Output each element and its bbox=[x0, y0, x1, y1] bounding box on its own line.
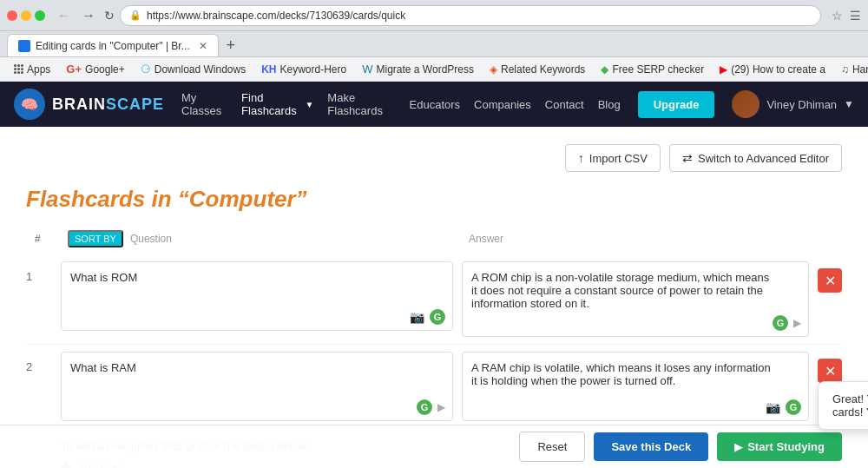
wordpress-icon: W bbox=[362, 63, 372, 76]
table-row: 1 What is ROM 📷 G A ROM chip is a non-vo… bbox=[26, 254, 842, 345]
upgrade-button[interactable]: Upgrade bbox=[638, 91, 715, 118]
address-bar[interactable]: 🔒 https://www.brainscape.com/decks/71306… bbox=[120, 5, 821, 26]
question-field-2[interactable]: What is RAM G ▶ bbox=[61, 352, 453, 421]
question-field-icons-2: G ▶ bbox=[417, 399, 445, 415]
nav-my-classes[interactable]: My Classes bbox=[181, 91, 227, 117]
active-tab[interactable]: Editing cards in "Computer" | Br... ✕ bbox=[7, 34, 219, 56]
tab-close-button[interactable]: ✕ bbox=[199, 40, 207, 52]
answer-field-icons-1: G ▶ bbox=[773, 315, 801, 331]
answer-field-2[interactable]: A RAM chip is volatile, which means it l… bbox=[462, 352, 809, 421]
switch-icon: ⇄ bbox=[682, 151, 693, 165]
answer-field-icons-2: 📷 G bbox=[766, 399, 801, 415]
bookmark-serp-label: Free SERP checker bbox=[612, 63, 704, 76]
lock-icon: 🔒 bbox=[129, 10, 141, 21]
question-text-1: What is ROM bbox=[70, 271, 137, 284]
answer-field-wrapper-2: A RAM chip is volatile, which means it l… bbox=[462, 352, 809, 421]
nav-find-flashcards[interactable]: Find Flashcards ▼ bbox=[241, 91, 313, 117]
serp-icon: ◆ bbox=[601, 63, 608, 76]
grammarly-icon-2[interactable]: G bbox=[417, 399, 432, 415]
bookmark-wp-label: Migrate a WordPress bbox=[377, 63, 474, 76]
bookmark-youtube[interactable]: ▶ (29) How to create a bbox=[713, 61, 832, 78]
rk-icon: ◈ bbox=[490, 63, 497, 76]
bookmark-wordpress[interactable]: W Migrate a WordPress bbox=[355, 60, 481, 78]
start-studying-label: Start Studying bbox=[747, 440, 825, 453]
answer-text-1: A ROM chip is a non-volatile storage med… bbox=[471, 271, 769, 310]
bookmark-hangups[interactable]: ♫ Hang Ups (Want You bbox=[834, 61, 868, 78]
user-avatar bbox=[732, 90, 760, 118]
card-number-2: 2 bbox=[26, 352, 52, 373]
browser-actions: ☆ ☰ bbox=[832, 9, 861, 23]
image-icon-2[interactable]: 📷 bbox=[766, 400, 780, 414]
nav-blog[interactable]: Blog bbox=[598, 98, 621, 111]
bookmark-kh-label: Keyword-Hero bbox=[280, 63, 347, 76]
bookmarks-bar: Apps G+ Google+ ⚆ Download Windows KH Ke… bbox=[0, 57, 868, 82]
url-text: https://www.brainscape.com/decks/7130639… bbox=[147, 10, 405, 22]
grammarly-icon-answer[interactable]: G bbox=[773, 315, 788, 331]
nav-companies[interactable]: Companies bbox=[474, 98, 531, 111]
answer-field-1[interactable]: A ROM chip is a non-volatile storage med… bbox=[462, 261, 809, 337]
user-name[interactable]: Viney Dhiman bbox=[766, 98, 837, 111]
user-area: Viney Dhiman ▼ bbox=[732, 90, 854, 118]
bookmark-youtube-label: (29) How to create a bbox=[731, 63, 825, 76]
youtube-icon: ▶ bbox=[720, 63, 727, 76]
tooltip-text: Great! You've created three cards! You s… bbox=[832, 392, 868, 419]
action-bar: Reset Save this Deck ▶ Start Studying bbox=[0, 425, 868, 468]
tab-bar: Editing cards in "Computer" | Br... ✕ + bbox=[0, 31, 868, 57]
back-button[interactable]: ← bbox=[54, 8, 75, 23]
save-deck-button[interactable]: Save this Deck bbox=[594, 432, 708, 461]
brainscape-logo-text: BRAINSCAPE bbox=[52, 96, 164, 114]
bookmark-related-keywords[interactable]: ◈ Related Keywords bbox=[483, 61, 592, 78]
extensions-icon[interactable]: ☰ bbox=[850, 9, 861, 23]
import-csv-button[interactable]: ↑ Import CSV bbox=[565, 144, 661, 172]
find-flashcards-arrow-icon: ▼ bbox=[305, 100, 313, 109]
nav-find-flashcards-label: Find Flashcards bbox=[241, 91, 302, 117]
new-tab-button[interactable]: + bbox=[219, 34, 243, 56]
start-studying-button[interactable]: ▶ Start Studying bbox=[717, 432, 842, 461]
switch-editor-label: Switch to Advanced Editor bbox=[698, 152, 829, 165]
col-num-header: # bbox=[35, 233, 61, 245]
tab-title: Editing cards in "Computer" | Br... bbox=[36, 40, 190, 52]
bookmark-apps-label: Apps bbox=[27, 63, 50, 76]
brainscape-logo-icon: 🧠 bbox=[14, 89, 45, 120]
forward-button[interactable]: → bbox=[78, 8, 99, 23]
image-icon[interactable]: 📷 bbox=[410, 310, 424, 324]
minimize-button[interactable] bbox=[21, 10, 31, 21]
table-header: # SORT BY Question Answer bbox=[26, 230, 842, 247]
grammarly-icon[interactable]: G bbox=[430, 309, 445, 325]
nav-make-flashcards[interactable]: Make Flashcards bbox=[327, 91, 395, 117]
import-icon: ↑ bbox=[578, 151, 584, 165]
bookmark-google-plus[interactable]: G+ Google+ bbox=[59, 60, 131, 78]
main-navigation: 🧠 BRAINSCAPE My Classes Find Flashcards … bbox=[0, 82, 868, 127]
answer-text-2: A RAM chip is volatile, which means it l… bbox=[471, 361, 771, 387]
bookmark-serp[interactable]: ◆ Free SERP checker bbox=[594, 61, 711, 78]
nav-educators[interactable]: Educators bbox=[410, 98, 461, 111]
close-button[interactable] bbox=[7, 10, 17, 21]
bookmark-windows[interactable]: ⚆ Download Windows bbox=[134, 60, 253, 78]
sort-by-button[interactable]: SORT BY bbox=[68, 230, 123, 247]
maximize-button[interactable] bbox=[35, 10, 45, 21]
delete-card-1-button[interactable]: ✕ bbox=[818, 268, 842, 293]
import-csv-label: Import CSV bbox=[589, 152, 648, 165]
nav-arrows: ← → bbox=[54, 8, 99, 23]
google-plus-icon: G+ bbox=[66, 63, 82, 76]
tab-favicon bbox=[18, 40, 30, 52]
refresh-button[interactable]: ↻ bbox=[104, 9, 115, 23]
bookmark-icon[interactable]: ☆ bbox=[832, 9, 843, 23]
answer-column-header: Answer bbox=[469, 233, 792, 245]
nav-contact[interactable]: Contact bbox=[545, 98, 584, 111]
switch-editor-button[interactable]: ⇄ Switch to Advanced Editor bbox=[669, 144, 842, 172]
grammarly-icon-answer-2[interactable]: G bbox=[786, 399, 801, 415]
page-title: Flashcards in “Computer” bbox=[26, 186, 842, 213]
bookmark-keyword-hero[interactable]: KH Keyword-Hero bbox=[254, 61, 353, 78]
audio-icon-2[interactable]: ▶ bbox=[437, 401, 445, 413]
delete-card-2-button[interactable]: ✕ bbox=[818, 359, 842, 383]
bookmark-apps[interactable]: Apps bbox=[7, 61, 57, 78]
question-field-1[interactable]: What is ROM 📷 G bbox=[61, 261, 453, 331]
play-icon: ▶ bbox=[734, 441, 742, 453]
audio-icon[interactable]: ▶ bbox=[793, 317, 801, 329]
apps-grid-icon bbox=[14, 64, 23, 74]
bookmark-hangups-label: Hang Ups (Want You bbox=[852, 63, 868, 76]
reset-button[interactable]: Reset bbox=[519, 432, 585, 462]
windows-icon: ⚆ bbox=[141, 63, 151, 76]
bookmark-windows-label: Download Windows bbox=[155, 63, 246, 76]
